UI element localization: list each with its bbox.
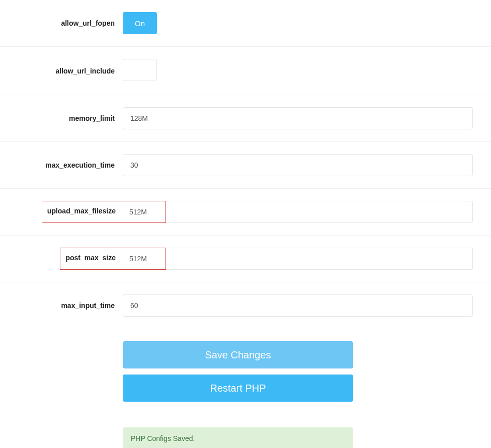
input-max-execution-time[interactable] <box>123 154 473 176</box>
field-post-max-size <box>123 248 491 270</box>
input-rest-upload-max-filesize[interactable] <box>166 201 473 223</box>
label-allow-url-include: allow_url_include <box>0 67 123 75</box>
toggle-allow-url-fopen[interactable]: On <box>123 12 157 34</box>
row-allow-url-include: allow_url_include <box>0 47 491 95</box>
save-changes-button[interactable]: Save Changes <box>123 341 353 368</box>
row-upload-max-filesize: upload_max_filesize <box>0 189 491 236</box>
row-memory-limit: memory_limit <box>0 95 491 142</box>
row-allow-url-fopen: allow_url_fopen On <box>0 0 491 47</box>
row-post-max-size: post_max_size <box>0 236 491 282</box>
field-max-input-time <box>123 294 491 317</box>
field-max-execution-time <box>123 154 491 176</box>
label-max-execution-time: max_execution_time <box>0 161 123 169</box>
label-post-max-size: post_max_size <box>60 248 123 270</box>
field-allow-url-fopen: On <box>123 12 491 34</box>
toggle-allow-url-include[interactable] <box>123 59 157 81</box>
row-save-button: Save Changes <box>0 329 491 372</box>
field-memory-limit <box>123 107 491 129</box>
label-col-upload-max-filesize: upload_max_filesize <box>0 201 123 223</box>
input-max-input-time[interactable] <box>123 294 473 317</box>
input-upload-max-filesize[interactable] <box>123 201 166 223</box>
row-max-execution-time: max_execution_time <box>0 142 491 189</box>
alert-saved: PHP Configs Saved. <box>123 427 353 448</box>
restart-php-button[interactable]: Restart PHP <box>123 375 353 402</box>
label-memory-limit: memory_limit <box>0 114 123 122</box>
input-post-max-size[interactable] <box>123 248 166 270</box>
row-restart-button: Restart PHP <box>0 372 491 414</box>
field-upload-max-filesize <box>123 201 491 223</box>
row-max-input-time: max_input_time <box>0 282 491 329</box>
label-upload-max-filesize: upload_max_filesize <box>42 201 123 223</box>
php-config-form: allow_url_fopen On allow_url_include mem… <box>0 0 491 448</box>
label-allow-url-fopen: allow_url_fopen <box>0 19 123 27</box>
field-allow-url-include <box>123 59 491 83</box>
label-max-input-time: max_input_time <box>0 302 123 310</box>
row-alert: PHP Configs Saved. <box>0 414 491 448</box>
input-rest-post-max-size[interactable] <box>166 248 473 270</box>
input-memory-limit[interactable] <box>123 107 473 129</box>
label-col-post-max-size: post_max_size <box>0 248 123 270</box>
